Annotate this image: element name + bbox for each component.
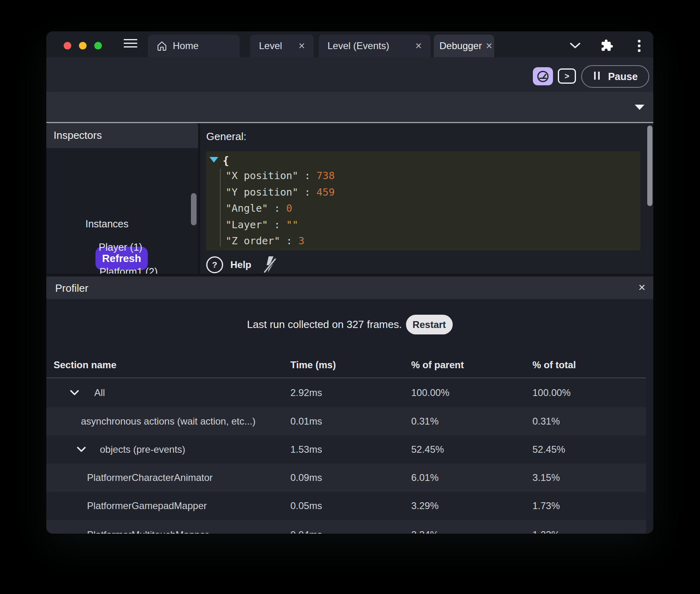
tab-level[interactable]: Level × <box>250 35 314 57</box>
json-line-angle[interactable]: "Angle" : 0 <box>226 202 292 214</box>
tree-item-instances[interactable]: Instances <box>85 218 128 230</box>
profiler-title: Profiler <box>55 282 88 295</box>
section-separator <box>46 274 653 276</box>
json-line-x-position[interactable]: "X position" : 738 <box>226 170 335 182</box>
tree-guide-line <box>220 169 221 246</box>
time-value: 2.92ms <box>290 387 322 398</box>
chevron-down-icon[interactable] <box>70 390 79 396</box>
lastrun-row: Last run collected on 327 frames. Restar… <box>46 315 653 334</box>
refresh-label: Refresh <box>102 252 141 265</box>
home-icon <box>157 41 167 51</box>
profiler-header: Profiler × <box>46 276 653 299</box>
console-prompt-glyph: > <box>565 72 570 81</box>
table-row[interactable]: asynchronous actions (wait action, etc..… <box>46 407 646 435</box>
table-row[interactable]: PlatformerGamepadMapper 0.05ms 3.29% 1.7… <box>46 492 646 520</box>
tab-label: Level <box>259 40 282 52</box>
section-name: All <box>94 387 105 398</box>
restart-button[interactable]: Restart <box>406 315 453 334</box>
debugger-window: Home Level × Level (Events) × Debugger × <box>46 31 653 534</box>
close-icon[interactable]: × <box>638 280 646 294</box>
help-row: ? Help <box>206 256 278 274</box>
parent-percent: 3.29% <box>411 500 439 512</box>
json-open-brace: { <box>223 155 229 167</box>
time-value: 0.05ms <box>290 500 322 512</box>
close-icon[interactable]: × <box>415 41 422 52</box>
tab-label: Level (Events) <box>327 40 389 52</box>
chevron-down-icon[interactable] <box>635 105 644 110</box>
time-value: 0.09ms <box>290 472 322 483</box>
inspectors-header: Inspectors <box>46 123 198 148</box>
tree-item-player[interactable]: Player (1) <box>99 241 142 253</box>
general-panel: General: { "X position" : 738 "Y positio… <box>200 123 653 274</box>
tab-level-events[interactable]: Level (Events) × <box>319 35 431 57</box>
traffic-minimize-button[interactable] <box>79 42 87 50</box>
tab-label: Debugger <box>439 40 482 52</box>
console-button[interactable]: > <box>558 68 576 84</box>
traffic-zoom-button[interactable] <box>94 42 102 50</box>
section-name: PlatformerGamepadMapper <box>87 500 207 512</box>
inspectors-title: Inspectors <box>54 129 102 142</box>
chevron-down-icon[interactable] <box>569 41 581 50</box>
profiler-content: Last run collected on 327 frames. Restar… <box>46 299 653 534</box>
total-percent: 1.23% <box>532 529 560 534</box>
chevron-down-icon[interactable] <box>77 446 86 453</box>
help-button[interactable]: ? <box>206 256 223 273</box>
general-scrollbar-thumb[interactable] <box>647 126 652 206</box>
parent-percent: 100.00% <box>411 387 449 398</box>
time-value: 0.01ms <box>290 416 322 427</box>
parent-percent: 0.31% <box>411 416 439 427</box>
header-time: Time (ms) <box>290 359 336 371</box>
table-row[interactable]: All 2.92ms 100.00% 100.00% <box>46 378 646 407</box>
speedometer-icon <box>536 70 550 83</box>
close-icon[interactable]: × <box>486 41 492 52</box>
pause-button[interactable]: Pause <box>581 65 649 88</box>
general-title: General: <box>206 130 246 143</box>
pause-icon <box>593 72 601 81</box>
titlebar: Home Level × Level (Events) × Debugger × <box>46 31 653 57</box>
screen: Home Level × Level (Events) × Debugger × <box>0 0 700 594</box>
close-icon[interactable]: × <box>298 41 305 52</box>
json-line-z-order[interactable]: "Z order" : 3 <box>226 235 304 247</box>
tab-label: Home <box>173 40 199 52</box>
table-row[interactable]: PlatformerMultitouchMapper 0.04ms 2.34% … <box>46 520 646 534</box>
inspectors-scrollbar-thumb[interactable] <box>191 193 197 225</box>
inspectors-panel: Inspectors Refresh Instances Player (1) … <box>46 123 198 274</box>
header-section-name: Section name <box>54 359 116 371</box>
game-preview-header[interactable]: Game preview #4 <box>46 92 653 123</box>
table-row[interactable]: PlatformerCharacterAnimator 0.09ms 6.01%… <box>46 464 646 492</box>
kebab-menu-icon[interactable] <box>636 39 642 53</box>
help-label[interactable]: Help <box>230 259 251 270</box>
traffic-close-button[interactable] <box>64 42 71 50</box>
table-row[interactable]: objects (pre-events) 1.53ms 52.45% 52.45… <box>46 435 646 464</box>
pause-label: Pause <box>608 71 638 82</box>
header-parent: % of parent <box>411 359 464 371</box>
parent-percent: 6.01% <box>411 472 439 483</box>
section-name: PlatformerCharacterAnimator <box>87 472 213 483</box>
header-total: % of total <box>532 359 576 371</box>
tab-home[interactable]: Home <box>148 35 240 57</box>
json-property-view: { "X position" : 738 "Y position" : 459 … <box>206 151 640 250</box>
profiler-toggle-button[interactable] <box>533 67 553 85</box>
total-percent: 1.73% <box>532 500 560 512</box>
expand-triangle-icon[interactable] <box>209 157 218 163</box>
parent-percent: 2.34% <box>411 529 439 534</box>
section-name: PlatformerMultitouchMapper <box>87 529 208 534</box>
total-percent: 0.31% <box>532 416 560 427</box>
section-name: objects (pre-events) <box>100 444 185 455</box>
table-header-row: Section name Time (ms) % of parent % of … <box>46 353 646 378</box>
time-value: 1.53ms <box>290 444 322 455</box>
extensions-puzzle-icon[interactable] <box>601 39 613 52</box>
total-percent: 100.00% <box>532 387 571 398</box>
json-line-y-position[interactable]: "Y position" : 459 <box>226 186 335 198</box>
total-percent: 52.45% <box>532 444 565 455</box>
time-value: 0.04ms <box>290 529 322 534</box>
parent-percent: 52.45% <box>411 444 444 455</box>
tab-debugger[interactable]: Debugger × <box>434 35 494 57</box>
menu-hamburger-icon[interactable] <box>124 37 137 50</box>
section-name: asynchronous actions (wait action, etc..… <box>81 416 256 427</box>
flash-off-icon[interactable] <box>263 256 278 274</box>
profiler-table: Section name Time (ms) % of parent % of … <box>46 353 646 534</box>
json-line-layer[interactable]: "Layer" : "" <box>226 219 298 231</box>
total-percent: 3.15% <box>532 472 560 483</box>
lastrun-status-text: Last run collected on 327 frames. <box>247 318 402 331</box>
